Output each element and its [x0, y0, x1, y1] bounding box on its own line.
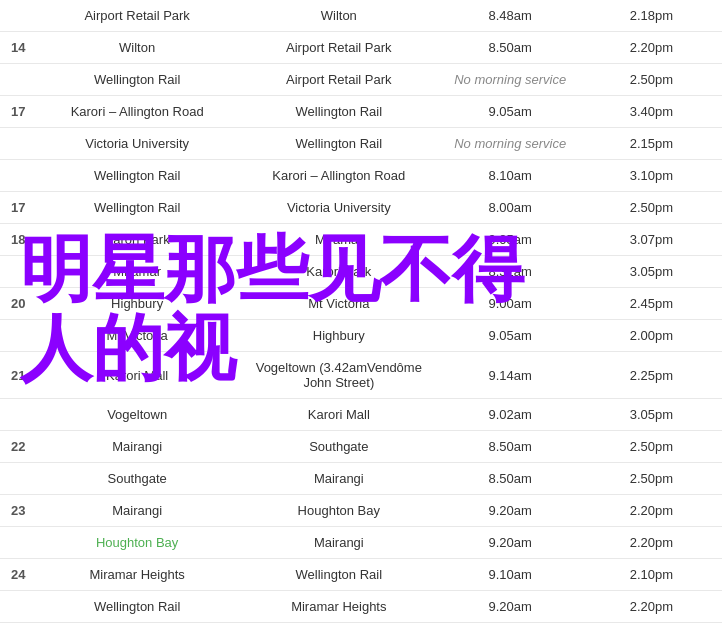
route-number: 22	[0, 431, 36, 463]
route-number: 14	[0, 32, 36, 64]
route-number: 17	[0, 192, 36, 224]
destination: Karori Park	[238, 256, 440, 288]
table-row: Houghton BayMairangi9.20am2.20pm	[0, 527, 722, 559]
origin: Karori Park	[36, 224, 238, 256]
route-number	[0, 320, 36, 352]
first-service-time: 8.50am	[440, 463, 581, 495]
table-row: 23MairangiHoughton Bay9.20am2.20pm	[0, 495, 722, 527]
first-service-time: 8.32am	[440, 256, 581, 288]
origin: Wellington Rail	[36, 64, 238, 96]
table-row: Wellington RailMiramar Heights9.20am2.20…	[0, 591, 722, 623]
first-service-time: 8.50am	[440, 32, 581, 64]
origin: Wellington Rail	[36, 591, 238, 623]
origin: Mt Victoria	[36, 320, 238, 352]
table-row: 20HighburyMt Victoria9.00am2.45pm	[0, 288, 722, 320]
first-service-time: 8.50am	[440, 431, 581, 463]
table-row: Wellington RailKarori – Allington Road8.…	[0, 160, 722, 192]
route-number: 21	[0, 352, 36, 399]
origin: Karori – Allington Road	[36, 96, 238, 128]
last-service-time: 2.00pm	[581, 320, 722, 352]
table-row: Mt VictoriaHighbury9.05am2.00pm	[0, 320, 722, 352]
destination: Wellington Rail	[238, 128, 440, 160]
route-number	[0, 160, 36, 192]
table-row: SouthgateMairangi8.50am2.50pm	[0, 463, 722, 495]
origin: Highbury	[36, 288, 238, 320]
route-number: 17	[0, 96, 36, 128]
destination: Airport Retail Park	[238, 64, 440, 96]
first-service-time: 9.20am	[440, 527, 581, 559]
origin: Airport Retail Park	[36, 0, 238, 32]
destination: Southgate	[238, 431, 440, 463]
first-service-time: 9.02am	[440, 399, 581, 431]
table-row: Wellington RailAirport Retail ParkNo mor…	[0, 64, 722, 96]
last-service-time: 3.07pm	[581, 224, 722, 256]
route-number	[0, 0, 36, 32]
first-service-time: 8.10am	[440, 160, 581, 192]
first-service-time: 9.05am	[440, 320, 581, 352]
first-service-time: 9.10am	[440, 559, 581, 591]
first-service-time: 9.20am	[440, 495, 581, 527]
last-service-time: 2.20pm	[581, 32, 722, 64]
table-row: VogeltownKarori Mall9.02am3.05pm	[0, 399, 722, 431]
first-service-time: 9.00am	[440, 288, 581, 320]
destination: Victoria University	[238, 192, 440, 224]
table-row: 22MairangiSouthgate8.50am2.50pm	[0, 431, 722, 463]
table-row: Victoria UniversityWellington RailNo mor…	[0, 128, 722, 160]
last-service-time: 3.10pm	[581, 160, 722, 192]
last-service-time: 2.15pm	[581, 128, 722, 160]
destination: Mt Victoria	[238, 288, 440, 320]
last-service-time: 2.45pm	[581, 288, 722, 320]
route-number	[0, 256, 36, 288]
table-row: 24Miramar HeightsWellington Rail9.10am2.…	[0, 559, 722, 591]
last-service-time: 2.10pm	[581, 559, 722, 591]
table-row: MiramarKarori Park8.32am3.05pm	[0, 256, 722, 288]
destination: Highbury	[238, 320, 440, 352]
first-service-time: 9.14am	[440, 352, 581, 399]
origin: Southgate	[36, 463, 238, 495]
table-row: 17Karori – Allington RoadWellington Rail…	[0, 96, 722, 128]
destination: Vogeltown (3.42amVendôme John Street)	[238, 352, 440, 399]
first-service-time: 8.00am	[440, 192, 581, 224]
table-row: 18Karori ParkMiramar9.05am3.07pm	[0, 224, 722, 256]
route-number: 23	[0, 495, 36, 527]
destination: Karori – Allington Road	[238, 160, 440, 192]
first-service-time: 9.20am	[440, 591, 581, 623]
route-number	[0, 591, 36, 623]
table-row: Airport Retail ParkWilton8.48am2.18pm	[0, 0, 722, 32]
origin: Wilton	[36, 32, 238, 64]
first-service-time: No morning service	[440, 128, 581, 160]
first-service-time: 9.05am	[440, 224, 581, 256]
last-service-time: 3.40pm	[581, 96, 722, 128]
last-service-time: 3.05pm	[581, 256, 722, 288]
last-service-time: 3.05pm	[581, 399, 722, 431]
origin: Mairangi	[36, 431, 238, 463]
table-container: 明星那些见不得 人的视 Airport Retail ParkWilton8.4…	[0, 0, 722, 623]
table-row: 21Karori MallVogeltown (3.42amVendôme Jo…	[0, 352, 722, 399]
origin: Wellington Rail	[36, 160, 238, 192]
last-service-time: 2.50pm	[581, 64, 722, 96]
destination: Wilton	[238, 0, 440, 32]
destination: Mairangi	[238, 463, 440, 495]
origin: Mairangi	[36, 495, 238, 527]
origin: Houghton Bay	[36, 527, 238, 559]
destination: Houghton Bay	[238, 495, 440, 527]
last-service-time: 2.20pm	[581, 591, 722, 623]
destination: Miramar Heights	[238, 591, 440, 623]
destination: Karori Mall	[238, 399, 440, 431]
last-service-time: 2.20pm	[581, 495, 722, 527]
route-number	[0, 64, 36, 96]
destination: Wellington Rail	[238, 559, 440, 591]
route-number: 20	[0, 288, 36, 320]
first-service-time: 9.05am	[440, 96, 581, 128]
route-number: 18	[0, 224, 36, 256]
last-service-time: 2.18pm	[581, 0, 722, 32]
route-number	[0, 399, 36, 431]
last-service-time: 2.20pm	[581, 527, 722, 559]
origin: Miramar Heights	[36, 559, 238, 591]
first-service-time: No morning service	[440, 64, 581, 96]
last-service-time: 2.25pm	[581, 352, 722, 399]
last-service-time: 2.50pm	[581, 431, 722, 463]
destination: Miramar	[238, 224, 440, 256]
destination: Airport Retail Park	[238, 32, 440, 64]
table-row: 14WiltonAirport Retail Park8.50am2.20pm	[0, 32, 722, 64]
